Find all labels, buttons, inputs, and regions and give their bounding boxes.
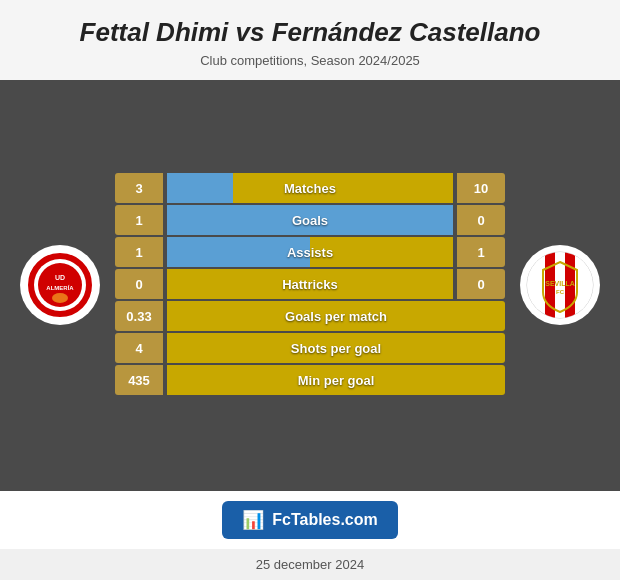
team-logo-almeria: UD ALMERÍA [20, 245, 100, 325]
stat-row: 4Shots per goal [115, 333, 505, 363]
stat-bar: Matches [167, 173, 453, 203]
date-footer: 25 december 2024 [0, 549, 620, 580]
page-title: Fettal Dhimi vs Fernández Castellano [20, 18, 600, 47]
stat-row: 0.33Goals per match [115, 301, 505, 331]
svg-text:SEVILLA: SEVILLA [545, 280, 575, 287]
stat-bar: Goals [167, 205, 453, 235]
svg-text:FC: FC [556, 289, 565, 295]
stat-left-value: 1 [115, 205, 163, 235]
stat-left-value: 0.33 [115, 301, 163, 331]
team-logo-sevilla: SEVILLA FC [520, 245, 600, 325]
stat-row: 435Min per goal [115, 365, 505, 395]
logo-right: SEVILLA FC [515, 245, 605, 325]
stat-left-value: 435 [115, 365, 163, 395]
stat-bar: Min per goal [167, 365, 505, 395]
stat-label: Hattricks [282, 277, 338, 292]
subtitle: Club competitions, Season 2024/2025 [20, 53, 600, 68]
stat-left-value: 1 [115, 237, 163, 267]
stat-bar: Goals per match [167, 301, 505, 331]
stat-row: 1Goals0 [115, 205, 505, 235]
stats-column: 3Matches101Goals01Assists10Hattricks00.3… [115, 173, 505, 397]
stat-bar: Assists [167, 237, 453, 267]
date-text: 25 december 2024 [256, 557, 364, 572]
svg-text:ALMERÍA: ALMERÍA [46, 284, 74, 291]
stat-right-value: 0 [457, 269, 505, 299]
stat-label: Goals [292, 213, 328, 228]
logo-left: UD ALMERÍA [15, 245, 105, 325]
stat-right-value: 1 [457, 237, 505, 267]
stat-row: 3Matches10 [115, 173, 505, 203]
stats-container: 3Matches101Goals01Assists10Hattricks00.3… [115, 173, 505, 397]
stat-label: Assists [287, 245, 333, 260]
svg-text:UD: UD [55, 274, 65, 281]
fctables-badge: 📊 FcTables.com [222, 501, 398, 539]
stat-left-value: 3 [115, 173, 163, 203]
stat-right-value: 10 [457, 173, 505, 203]
header: Fettal Dhimi vs Fernández Castellano Clu… [0, 0, 620, 80]
stat-label: Shots per goal [291, 341, 381, 356]
stat-label: Min per goal [298, 373, 375, 388]
stat-right-value: 0 [457, 205, 505, 235]
stat-row: 0Hattricks0 [115, 269, 505, 299]
stat-left-value: 4 [115, 333, 163, 363]
main-content: UD ALMERÍA 3Matches101Goals01Assists10Ha… [0, 80, 620, 491]
stat-left-value: 0 [115, 269, 163, 299]
svg-point-5 [52, 293, 68, 303]
stat-row: 1Assists1 [115, 237, 505, 267]
brand-name: FcTables.com [272, 511, 378, 529]
stat-bar: Hattricks [167, 269, 453, 299]
chart-icon: 📊 [242, 509, 264, 531]
stat-bar: Shots per goal [167, 333, 505, 363]
footer-logo-section: 📊 FcTables.com [0, 491, 620, 549]
stat-label: Matches [284, 181, 336, 196]
stat-label: Goals per match [285, 309, 387, 324]
